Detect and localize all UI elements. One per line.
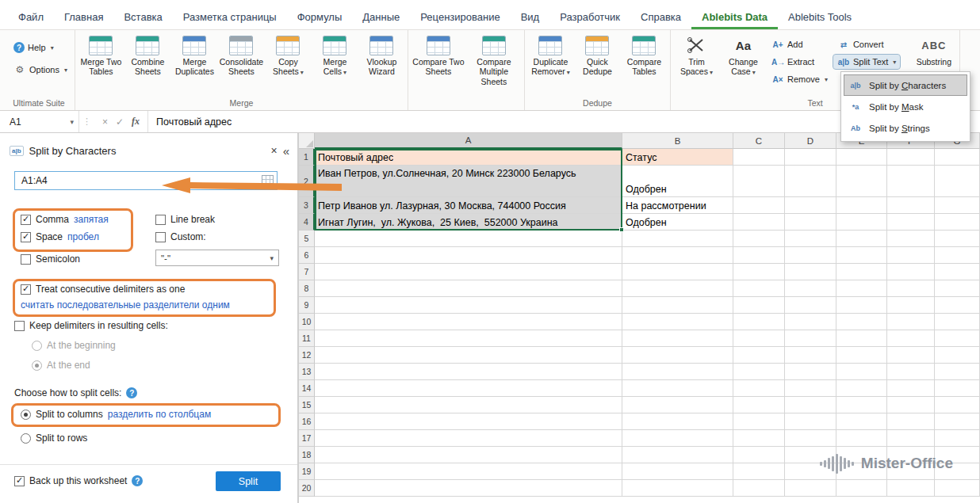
cell-c15[interactable]: [733, 397, 785, 413]
cell-f12[interactable]: [887, 347, 935, 364]
row-header-8[interactable]: 8: [299, 280, 315, 297]
select-range-icon[interactable]: [262, 175, 274, 187]
cell-b1[interactable]: Статус: [622, 149, 733, 166]
cell-a20[interactable]: [315, 480, 622, 497]
cell-c16[interactable]: [733, 413, 785, 430]
cell-a4[interactable]: Игнат Лугин, ул. Жукова, 25 Киев, 552000…: [315, 214, 622, 231]
ribbon-button-copy-sheets[interactable]: Copy Sheets▾: [266, 32, 311, 77]
ribbon-button-quick-dedupe[interactable]: Quick Dedupe: [575, 32, 620, 77]
cell-e9[interactable]: [836, 297, 887, 314]
row-header-4[interactable]: 4: [299, 214, 315, 231]
cell-a3[interactable]: Петр Иванов ул. Лазурная, 30 Москва, 744…: [315, 197, 622, 214]
cell-d10[interactable]: [785, 314, 836, 330]
cell-g17[interactable]: [935, 430, 980, 447]
cell-g2[interactable]: [935, 166, 980, 197]
cell-a5[interactable]: [315, 231, 622, 247]
cell-g12[interactable]: [935, 347, 980, 364]
cell-e16[interactable]: [836, 413, 887, 430]
cell-c10[interactable]: [733, 314, 785, 330]
ribbon-tab-формулы[interactable]: Формулы: [287, 3, 353, 29]
cell-c7[interactable]: [733, 264, 785, 280]
cell-c12[interactable]: [733, 347, 785, 364]
ribbon-tab-рецензирование[interactable]: Рецензирование: [410, 3, 510, 29]
help-icon[interactable]: ?: [126, 387, 137, 398]
cell-e2[interactable]: [836, 166, 887, 197]
row-header-9[interactable]: 9: [299, 297, 315, 314]
ribbon-button-compare-multiple-sheets[interactable]: Compare Multiple Sheets: [467, 32, 521, 86]
cell-b13[interactable]: [622, 364, 733, 380]
insert-function-icon[interactable]: fx: [132, 116, 140, 128]
cell-d4[interactable]: [785, 214, 836, 231]
comma-checkbox[interactable]: [21, 215, 31, 225]
cell-d9[interactable]: [785, 297, 836, 314]
cell-b5[interactable]: [622, 231, 733, 247]
row-header-5[interactable]: 5: [299, 231, 315, 247]
cell-f3[interactable]: [887, 197, 935, 214]
cell-e20[interactable]: [836, 480, 887, 497]
cell-g14[interactable]: [935, 380, 980, 397]
row-header-18[interactable]: 18: [299, 447, 315, 463]
row-header-16[interactable]: 16: [299, 413, 315, 430]
cell-f15[interactable]: [887, 397, 935, 413]
cell-f6[interactable]: [887, 247, 935, 264]
extract-button[interactable]: A→ Extract: [768, 55, 832, 69]
row-header-17[interactable]: 17: [299, 430, 315, 447]
cell-a14[interactable]: [315, 380, 622, 397]
row-header-7[interactable]: 7: [299, 264, 315, 280]
ribbon-tab-главная[interactable]: Главная: [54, 3, 113, 29]
cell-a7[interactable]: [315, 264, 622, 280]
ribbon-tab-разработчик[interactable]: Разработчик: [549, 3, 630, 29]
cell-c8[interactable]: [733, 280, 785, 297]
column-header-b[interactable]: B: [622, 133, 733, 149]
cell-e4[interactable]: [836, 214, 887, 231]
row-header-19[interactable]: 19: [299, 463, 315, 480]
cell-g16[interactable]: [935, 413, 980, 430]
cell-b14[interactable]: [622, 380, 733, 397]
column-header-a[interactable]: A: [315, 133, 622, 149]
collapse-icon[interactable]: «: [283, 145, 289, 157]
at-end-radio[interactable]: [32, 360, 42, 371]
cell-b10[interactable]: [622, 314, 733, 330]
cell-d5[interactable]: [785, 231, 836, 247]
split-button[interactable]: Split: [216, 471, 281, 491]
cell-c3[interactable]: [733, 197, 785, 214]
selection-fill-handle[interactable]: [619, 227, 624, 232]
cell-b16[interactable]: [622, 413, 733, 430]
row-header-2[interactable]: 2: [299, 166, 315, 197]
ribbon-tab-данные[interactable]: Данные: [352, 3, 410, 29]
row-header-6[interactable]: 6: [299, 247, 315, 264]
row-header-20[interactable]: 20: [299, 480, 315, 497]
cancel-icon[interactable]: ×: [102, 116, 108, 128]
cell-b19[interactable]: [622, 463, 733, 480]
cell-g1[interactable]: [935, 149, 980, 166]
cell-g10[interactable]: [935, 314, 980, 330]
cell-c11[interactable]: [733, 330, 785, 347]
cell-d15[interactable]: [785, 397, 836, 413]
cell-g5[interactable]: [935, 231, 980, 247]
row-header-12[interactable]: 12: [299, 347, 315, 364]
cell-a1[interactable]: Почтовый адрес: [315, 149, 622, 166]
cell-g15[interactable]: [935, 397, 980, 413]
cell-f7[interactable]: [887, 264, 935, 280]
cell-a9[interactable]: [315, 297, 622, 314]
ribbon-button-merge-cells[interactable]: Merge Cells▾: [312, 32, 358, 77]
menu-item-split-by-characters[interactable]: a|b Split by Characters: [844, 74, 967, 96]
ribbon-tab-ablebits-tools[interactable]: Ablebits Tools: [778, 3, 862, 29]
cell-e5[interactable]: [836, 231, 887, 247]
custom-checkbox[interactable]: [155, 232, 166, 242]
cell-c14[interactable]: [733, 380, 785, 397]
cell-d17[interactable]: [785, 430, 836, 447]
cell-a12[interactable]: [315, 347, 622, 364]
cell-c20[interactable]: [733, 480, 785, 497]
cell-c6[interactable]: [733, 247, 785, 264]
cell-c4[interactable]: [733, 214, 785, 231]
cell-f14[interactable]: [887, 380, 935, 397]
ribbon-button-combine-sheets[interactable]: Combine Sheets: [125, 32, 170, 77]
cell-b9[interactable]: [622, 297, 733, 314]
cell-a13[interactable]: [315, 364, 622, 380]
cell-g11[interactable]: [935, 330, 980, 347]
cell-b15[interactable]: [622, 397, 733, 413]
cell-f5[interactable]: [887, 231, 935, 247]
add-button[interactable]: A+ Add: [768, 37, 832, 51]
remove-button[interactable]: A× Remove ▾: [768, 72, 832, 86]
